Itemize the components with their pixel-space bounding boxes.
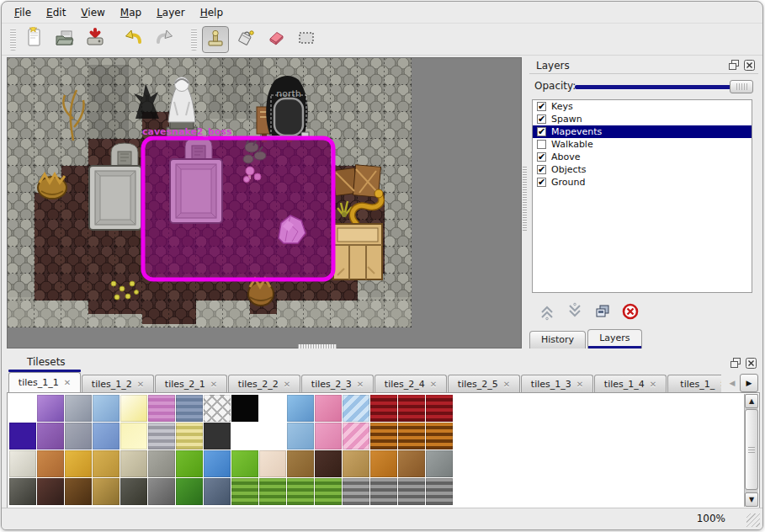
palette-tile[interactable]: [287, 395, 314, 422]
menu-layer[interactable]: Layer: [149, 4, 192, 21]
map-view[interactable]: north: [7, 57, 522, 348]
palette-tile[interactable]: [370, 478, 397, 505]
palette-tile[interactable]: [120, 423, 147, 450]
layer-row-walkable[interactable]: Walkable: [533, 138, 752, 151]
palette-tile[interactable]: [370, 395, 397, 422]
tileset-tab-tiles_2_4[interactable]: tiles_2_4✕: [375, 375, 447, 392]
tab-close-icon[interactable]: ✕: [137, 380, 144, 389]
tileset-tab-tiles_1_4[interactable]: tiles_1_4✕: [594, 375, 667, 392]
scroll-tabs-left-icon[interactable]: ◀: [726, 375, 738, 391]
palette-tile[interactable]: [176, 395, 203, 422]
tab-close-icon[interactable]: ✕: [210, 380, 217, 389]
palette-tile[interactable]: [426, 423, 453, 450]
palette-tile[interactable]: [343, 450, 369, 477]
close-panel-icon[interactable]: [746, 356, 757, 367]
toolbar-drag-handle[interactable]: [191, 29, 197, 51]
palette-tile[interactable]: [426, 395, 453, 422]
layer-row-objects[interactable]: ✔Objects: [533, 163, 752, 176]
tileset-tab-tiles_2_5[interactable]: tiles_2_5✕: [448, 375, 520, 392]
tab-close-icon[interactable]: ✕: [64, 378, 71, 387]
palette-tile[interactable]: [259, 450, 286, 477]
menu-map[interactable]: Map: [113, 4, 149, 21]
vertical-splitter[interactable]: [522, 57, 528, 348]
palette-tile[interactable]: [287, 478, 314, 505]
palette-tile[interactable]: [176, 450, 203, 477]
palette-tile[interactable]: [148, 423, 175, 450]
menu-help[interactable]: Help: [193, 4, 231, 21]
palette-tile[interactable]: [343, 423, 369, 450]
palette-tile[interactable]: [65, 450, 92, 477]
palette-tile[interactable]: [65, 395, 92, 422]
layer-visibility-checkbox[interactable]: [537, 140, 546, 149]
layer-row-mapevents[interactable]: ✔Mapevents: [533, 125, 752, 138]
scroll-tabs-right-icon[interactable]: ▶: [740, 374, 758, 392]
palette-tile[interactable]: [370, 450, 397, 477]
palette-tile[interactable]: [343, 395, 369, 422]
opacity-slider-track[interactable]: [575, 85, 750, 89]
palette-tile[interactable]: [426, 478, 453, 505]
eraser-tool-button[interactable]: [263, 26, 290, 53]
tab-close-icon[interactable]: ✕: [576, 380, 583, 389]
palette-tile[interactable]: [398, 423, 425, 450]
palette-tile[interactable]: [315, 423, 342, 450]
palette-tile[interactable]: [93, 450, 120, 477]
palette-tile[interactable]: [148, 395, 175, 422]
palette-tile[interactable]: [148, 450, 175, 477]
menu-edit[interactable]: Edit: [39, 4, 73, 21]
layer-row-spawn[interactable]: ✔Spawn: [533, 113, 752, 125]
palette-tile[interactable]: [204, 423, 231, 450]
raise-layer-button[interactable]: [537, 302, 557, 322]
layer-visibility-checkbox[interactable]: ✔: [537, 102, 546, 111]
palette-tile[interactable]: [37, 423, 64, 450]
layer-visibility-checkbox[interactable]: ✔: [537, 114, 546, 124]
palette-tile[interactable]: [204, 450, 231, 477]
tileset-tab-tiles_2_1[interactable]: tiles_2_1✕: [155, 375, 227, 392]
palette-tile[interactable]: [398, 395, 425, 422]
tab-close-icon[interactable]: ✕: [650, 380, 656, 389]
toolbar-drag-handle[interactable]: [10, 29, 16, 51]
tileset-tab-tiles_1_3[interactable]: tiles_1_3✕: [521, 375, 593, 392]
palette-tile[interactable]: [120, 450, 147, 477]
palette-tile[interactable]: [231, 450, 258, 477]
palette-tile[interactable]: [176, 423, 203, 450]
palette-tile[interactable]: [120, 395, 147, 422]
palette-tile[interactable]: [65, 423, 92, 450]
palette-tile[interactable]: [37, 450, 64, 477]
palette-tile[interactable]: [426, 450, 453, 477]
undo-button[interactable]: [120, 26, 147, 53]
palette-tile[interactable]: [259, 478, 286, 505]
palette-tile[interactable]: [287, 423, 314, 450]
map-canvas[interactable]: north: [8, 58, 521, 348]
palette-tile[interactable]: [204, 478, 231, 505]
opacity-slider-handle[interactable]: [730, 80, 753, 93]
palette-tile[interactable]: [120, 478, 147, 505]
palette-tile[interactable]: [37, 395, 64, 422]
menu-view[interactable]: View: [73, 4, 112, 21]
panel-tab-history[interactable]: History: [529, 331, 586, 348]
fill-tool-button[interactable]: [232, 26, 259, 53]
palette-tile[interactable]: [343, 478, 369, 505]
scroll-up-icon[interactable]: ▲: [745, 394, 758, 408]
lower-layer-button[interactable]: [565, 302, 585, 322]
palette-tile[interactable]: [37, 478, 64, 505]
palette-scrollbar[interactable]: ▲ ▼: [744, 394, 758, 507]
layer-visibility-checkbox[interactable]: ✔: [537, 127, 546, 136]
palette-tile[interactable]: [231, 478, 258, 505]
tile-grid[interactable]: [9, 395, 455, 506]
tab-close-icon[interactable]: ✕: [720, 380, 721, 389]
close-panel-icon[interactable]: [744, 60, 755, 71]
scroll-down-icon[interactable]: ▼: [745, 492, 758, 507]
layer-row-above[interactable]: ✔Above: [533, 151, 752, 163]
delete-layer-button[interactable]: [620, 302, 640, 322]
tileset-tab-tiles_1[interactable]: tiles_1_✕: [667, 375, 721, 392]
tab-close-icon[interactable]: ✕: [430, 380, 437, 389]
redo-button[interactable]: [151, 26, 178, 53]
tab-close-icon[interactable]: ✕: [503, 380, 510, 389]
palette-tile[interactable]: [148, 478, 175, 505]
resize-grip[interactable]: [746, 513, 760, 527]
horizontal-splitter[interactable]: [298, 343, 337, 349]
palette-tile[interactable]: [231, 395, 258, 422]
palette-tile[interactable]: [9, 423, 36, 450]
tileset-tab-tiles_1_1[interactable]: tiles_1_1✕: [8, 372, 81, 392]
tab-close-icon[interactable]: ✕: [284, 380, 290, 389]
